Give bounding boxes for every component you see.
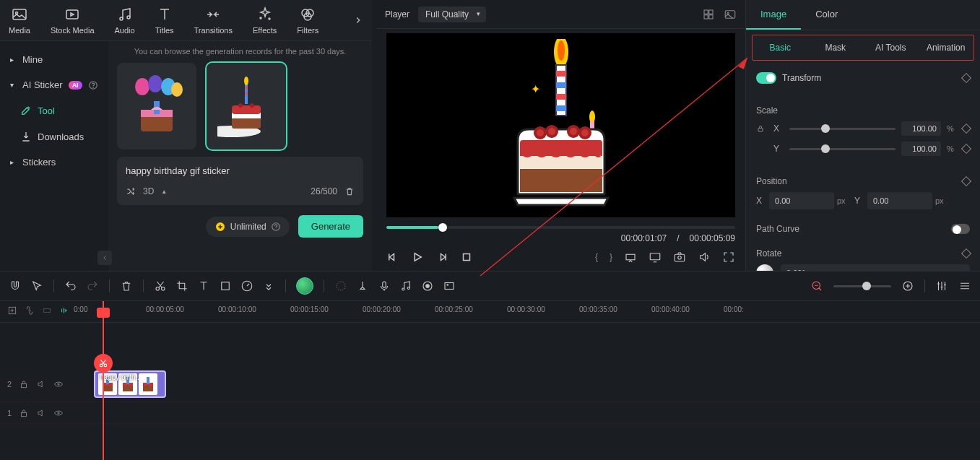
lock-icon[interactable] bbox=[756, 124, 765, 133]
lock-track-icon[interactable] bbox=[19, 408, 29, 418]
sidebar-tool[interactable]: Tool bbox=[0, 97, 108, 123]
zoom-out-red-icon[interactable] bbox=[810, 279, 823, 292]
grid-view-icon[interactable] bbox=[702, 8, 715, 21]
subtab-ai-tools[interactable]: AI Tools bbox=[863, 35, 919, 60]
track-add-icon[interactable] bbox=[7, 305, 17, 316]
crop-icon[interactable] bbox=[175, 279, 188, 292]
cut-icon[interactable] bbox=[154, 279, 167, 292]
ai-assistant-icon[interactable] bbox=[296, 277, 313, 295]
playhead-marker[interactable] bbox=[97, 308, 110, 318]
prompt-text[interactable]: happy birthday gif sticker bbox=[126, 165, 355, 176]
pos-x-input[interactable] bbox=[769, 192, 834, 209]
mic-icon[interactable] bbox=[378, 279, 391, 292]
audio-tab[interactable]: Audio bbox=[115, 6, 135, 35]
subtab-mask[interactable]: Mask bbox=[808, 35, 864, 60]
picture-icon[interactable] bbox=[724, 8, 737, 21]
tab-color[interactable]: Color bbox=[801, 0, 852, 30]
collapse-sidebar[interactable] bbox=[97, 251, 112, 265]
color-icon[interactable] bbox=[334, 279, 347, 292]
rotate-dial[interactable] bbox=[756, 264, 773, 271]
keyframe-icon[interactable] bbox=[961, 73, 971, 83]
ratio-icon[interactable] bbox=[624, 251, 637, 264]
zoom-in-icon[interactable] bbox=[901, 279, 914, 292]
sticker-thumb-2[interactable] bbox=[207, 63, 286, 149]
track-auto-icon[interactable] bbox=[59, 305, 69, 316]
playhead-cut-icon[interactable] bbox=[94, 354, 113, 373]
scale-x-slider[interactable] bbox=[789, 128, 896, 130]
generate-button[interactable]: Generate bbox=[298, 215, 363, 238]
delete-icon[interactable] bbox=[120, 279, 133, 292]
zoom-slider[interactable] bbox=[833, 285, 891, 287]
media-tab[interactable]: Media bbox=[9, 6, 30, 35]
image-icon[interactable] bbox=[443, 279, 456, 292]
effects-tab[interactable]: Effects bbox=[253, 6, 277, 35]
sidebar-downloads-label: Downloads bbox=[38, 131, 84, 142]
sidebar-stickers[interactable]: ▸ Stickers bbox=[0, 149, 108, 175]
transform-toggle[interactable] bbox=[756, 72, 776, 84]
mute-track-icon[interactable] bbox=[36, 408, 46, 418]
unlimited-badge[interactable]: Unlimited bbox=[206, 217, 290, 237]
fullscreen-icon[interactable] bbox=[722, 251, 735, 264]
help-icon[interactable] bbox=[88, 80, 98, 90]
pos-y-input[interactable] bbox=[867, 192, 932, 209]
subtab-animation[interactable]: Animation bbox=[919, 35, 974, 60]
snapshot-icon[interactable] bbox=[673, 251, 686, 264]
sidebar-downloads[interactable]: Downloads bbox=[0, 123, 108, 149]
more-icon[interactable] bbox=[262, 279, 275, 292]
stop-icon[interactable] bbox=[460, 251, 473, 264]
path-curve-toggle[interactable] bbox=[951, 224, 970, 234]
magnet-icon[interactable] bbox=[9, 279, 22, 292]
stock-media-tab[interactable]: Stock Media bbox=[51, 6, 95, 35]
tab-image[interactable]: Image bbox=[746, 0, 801, 30]
mixer-icon[interactable] bbox=[935, 279, 948, 292]
transitions-tab[interactable]: Transitions bbox=[194, 6, 233, 35]
list-icon[interactable] bbox=[958, 279, 971, 292]
track-link-icon[interactable] bbox=[25, 305, 35, 316]
sidebar-mine[interactable]: ▸ Mine bbox=[0, 47, 108, 72]
keyframe-icon[interactable] bbox=[961, 248, 971, 259]
square-icon[interactable] bbox=[219, 279, 232, 292]
scale-x-input[interactable] bbox=[901, 121, 941, 136]
scrub-bar[interactable] bbox=[386, 226, 735, 229]
sidebar-ai-sticker[interactable]: ▾ AI Sticker AI bbox=[0, 72, 108, 97]
bracket-close-icon[interactable]: } bbox=[610, 252, 612, 262]
scrub-handle[interactable] bbox=[438, 223, 447, 232]
mute-track-icon[interactable] bbox=[36, 379, 46, 389]
marker-icon[interactable] bbox=[356, 279, 369, 292]
play-icon[interactable] bbox=[411, 251, 424, 264]
subtab-basic[interactable]: Basic bbox=[753, 35, 808, 60]
sticker-thumb-1[interactable] bbox=[117, 63, 196, 149]
shuffle-icon[interactable] bbox=[126, 186, 136, 196]
bracket-open-icon[interactable]: { bbox=[595, 252, 598, 262]
next-frame-icon[interactable] bbox=[435, 251, 448, 264]
undo-icon[interactable] bbox=[64, 279, 77, 292]
gen-mode[interactable]: 3D bbox=[143, 186, 154, 196]
scale-y-slider[interactable] bbox=[789, 148, 896, 150]
keyframe-icon[interactable] bbox=[961, 123, 971, 134]
prev-frame-icon[interactable] bbox=[386, 251, 399, 264]
hide-track-icon[interactable] bbox=[53, 379, 64, 389]
keyframe-icon[interactable] bbox=[961, 144, 971, 154]
video-clip[interactable]: happy birth.. bbox=[94, 370, 166, 398]
text-icon[interactable] bbox=[197, 279, 210, 292]
quality-select[interactable]: Full Quality ▾ bbox=[418, 6, 486, 22]
ruler[interactable]: 0:00 00:00:05:00 00:00:10:00 00:00:15:00… bbox=[0, 301, 980, 323]
keyframe-icon[interactable] bbox=[961, 176, 971, 186]
volume-icon[interactable] bbox=[698, 251, 711, 264]
hide-track-icon[interactable] bbox=[53, 408, 64, 418]
trash-icon[interactable] bbox=[344, 186, 355, 196]
playhead[interactable] bbox=[103, 301, 104, 460]
record-icon[interactable] bbox=[421, 279, 434, 292]
titles-tab[interactable]: Titles bbox=[155, 6, 174, 35]
speed-icon[interactable] bbox=[240, 279, 253, 292]
lock-track-icon[interactable] bbox=[19, 379, 29, 389]
toolbar-more[interactable] bbox=[353, 15, 363, 25]
pointer-icon[interactable] bbox=[30, 279, 43, 292]
scale-y-input[interactable] bbox=[901, 142, 941, 156]
display-icon[interactable] bbox=[649, 251, 662, 264]
music-icon[interactable] bbox=[399, 279, 412, 292]
filters-tab[interactable]: Filters bbox=[297, 6, 318, 35]
redo-icon[interactable] bbox=[86, 279, 99, 292]
rotate-input[interactable] bbox=[781, 264, 970, 271]
preview-canvas[interactable]: ✦ bbox=[386, 33, 735, 217]
